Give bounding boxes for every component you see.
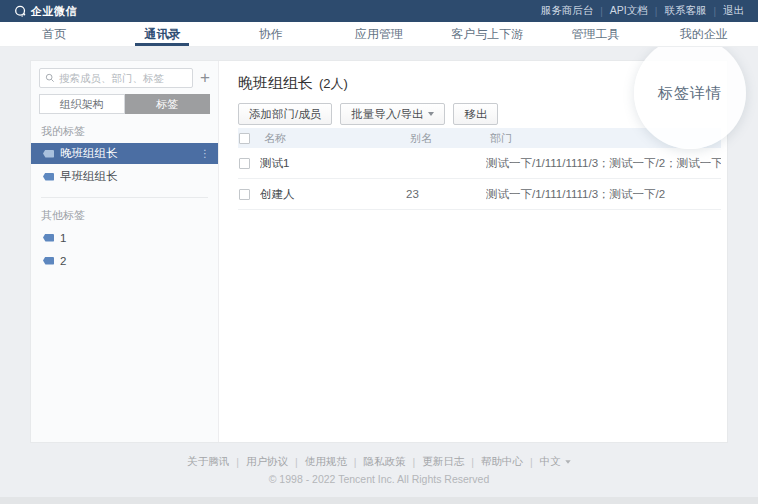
tag-label: 2 — [60, 255, 210, 267]
sidebar-tag-1[interactable]: 1 — [31, 227, 218, 248]
sidebar-search-row: + — [31, 68, 218, 88]
select-all-checkbox[interactable] — [239, 133, 250, 144]
sidebar-tag-morning-shift[interactable]: 早班组组长 — [31, 166, 218, 187]
sidebar-tag-night-shift[interactable]: 晚班组组长 ⋮ — [31, 143, 218, 164]
separator: | — [713, 6, 716, 17]
add-tag-button[interactable]: + — [198, 71, 212, 85]
footer-links: 关于腾讯| 用户协议| 使用规范| 隐私政策| 更新日志| 帮助中心| 中文 — [0, 455, 758, 469]
tag-icon — [43, 150, 54, 158]
row-checkbox-cell — [238, 158, 260, 169]
tab-home[interactable]: 首页 — [0, 22, 108, 46]
language-label: 中文 — [540, 455, 561, 469]
tag-icon — [43, 257, 54, 265]
tag-detail-spotlight-label: 标签详情 — [658, 84, 722, 103]
tag-label: 1 — [60, 232, 210, 244]
view-toggle: 组织架构 标签 — [39, 94, 210, 114]
page-title: 晚班组组长 — [238, 74, 313, 93]
tag-icon — [43, 234, 54, 242]
separator: | — [354, 456, 357, 468]
separator: | — [471, 456, 474, 468]
separator: | — [600, 6, 603, 17]
wechat-work-logo: 企业微信 — [14, 4, 77, 19]
separator: | — [655, 6, 658, 17]
cell-dept: 测试一下/1/111/1111/3；测试一下/2；测试一下/1；测... — [486, 156, 721, 171]
cell-name: 测试1 — [260, 156, 406, 171]
button-label: 移出 — [464, 107, 487, 122]
caret-down-icon — [428, 112, 434, 116]
tag-label: 早班组组长 — [60, 169, 210, 184]
footer-link-privacy[interactable]: 隐私政策 — [364, 455, 406, 469]
row-checkbox[interactable] — [239, 189, 250, 200]
batch-import-export-button[interactable]: 批量导入/导出 — [340, 103, 445, 125]
search-box[interactable] — [39, 68, 193, 88]
my-tags-section-label: 我的标签 — [31, 114, 218, 143]
add-dept-member-button[interactable]: 添加部门/成员 — [238, 103, 332, 125]
tab-my-company[interactable]: 我的企业 — [650, 22, 758, 46]
row-checkbox-cell — [238, 189, 260, 200]
search-input[interactable] — [59, 72, 187, 84]
page-footer: 关于腾讯| 用户协议| 使用规范| 隐私政策| 更新日志| 帮助中心| 中文 ©… — [0, 443, 758, 485]
cell-alias: 23 — [406, 188, 486, 200]
footer-link-changelog[interactable]: 更新日志 — [422, 455, 464, 469]
toggle-tags[interactable]: 标签 — [125, 94, 211, 114]
separator: | — [236, 456, 239, 468]
column-header-name: 名称 — [260, 131, 406, 146]
tab-customers[interactable]: 客户与上下游 — [433, 22, 541, 46]
separator: | — [413, 456, 416, 468]
remove-button[interactable]: 移出 — [453, 103, 498, 125]
row-checkbox[interactable] — [239, 158, 250, 169]
button-label: 批量导入/导出 — [351, 107, 423, 122]
tab-admin-tools[interactable]: 管理工具 — [541, 22, 649, 46]
content-card: + 组织架构 标签 我的标签 晚班组组长 ⋮ 早班组组长 其他标签 1 — [30, 60, 728, 443]
tab-contacts[interactable]: 通讯录 — [108, 22, 216, 46]
footer-link-help-center[interactable]: 帮助中心 — [481, 455, 523, 469]
topbar: 企业微信 服务商后台 | API文档 | 联系客服 | 退出 — [0, 0, 758, 22]
tags-sidebar: + 组织架构 标签 我的标签 晚班组组长 ⋮ 早班组组长 其他标签 1 — [31, 61, 219, 442]
cell-dept: 测试一下/1/111/1111/3；测试一下/2 — [486, 187, 721, 202]
header-checkbox-cell — [238, 133, 260, 144]
member-count: (2人) — [319, 75, 348, 93]
caret-down-icon — [565, 460, 570, 464]
search-icon — [45, 73, 55, 83]
logo-text: 企业微信 — [31, 4, 77, 19]
cell-name: 创建人 — [260, 187, 406, 202]
footer-link-usage-rules[interactable]: 使用规范 — [305, 455, 347, 469]
separator: | — [530, 456, 533, 468]
sidebar-tag-2[interactable]: 2 — [31, 250, 218, 271]
language-selector[interactable]: 中文 — [540, 455, 571, 469]
footer-link-user-agreement[interactable]: 用户协议 — [246, 455, 288, 469]
wechat-work-logo-icon — [14, 5, 27, 18]
tag-label: 晚班组组长 — [60, 146, 194, 161]
column-header-alias: 别名 — [406, 131, 486, 146]
topbar-links: 服务商后台 | API文档 | 联系客服 | 退出 — [541, 4, 744, 18]
main-nav: 首页 通讯录 协作 应用管理 客户与上下游 管理工具 我的企业 — [0, 22, 758, 47]
more-options-icon[interactable]: ⋮ — [200, 149, 210, 159]
contact-support-link[interactable]: 联系客服 — [664, 4, 706, 18]
copyright-text: © 1998 - 2022 Tencent Inc. All Rights Re… — [0, 473, 758, 485]
toggle-org-structure[interactable]: 组织架构 — [39, 94, 125, 114]
table-row[interactable]: 测试1 测试一下/1/111/1111/3；测试一下/2；测试一下/1；测... — [238, 148, 721, 179]
tab-collaboration[interactable]: 协作 — [217, 22, 325, 46]
footer-link-about[interactable]: 关于腾讯 — [187, 455, 229, 469]
spotlight-overlay-circle[interactable]: 标签详情 — [634, 37, 746, 149]
api-docs-link[interactable]: API文档 — [610, 4, 648, 18]
separator: | — [295, 456, 298, 468]
button-label: 添加部门/成员 — [249, 107, 321, 122]
service-provider-link[interactable]: 服务商后台 — [541, 4, 594, 18]
logout-link[interactable]: 退出 — [723, 4, 744, 18]
bottom-edge-strip — [0, 497, 758, 504]
tab-app-management[interactable]: 应用管理 — [325, 22, 433, 46]
other-tags-section-label: 其他标签 — [31, 198, 218, 227]
table-row[interactable]: 创建人 23 测试一下/1/111/1111/3；测试一下/2 — [238, 179, 721, 210]
tag-icon — [43, 173, 54, 181]
members-table: 名称 别名 部门 测试1 测试一下/1/111/1111/3；测试一下/2；测试… — [238, 128, 721, 210]
